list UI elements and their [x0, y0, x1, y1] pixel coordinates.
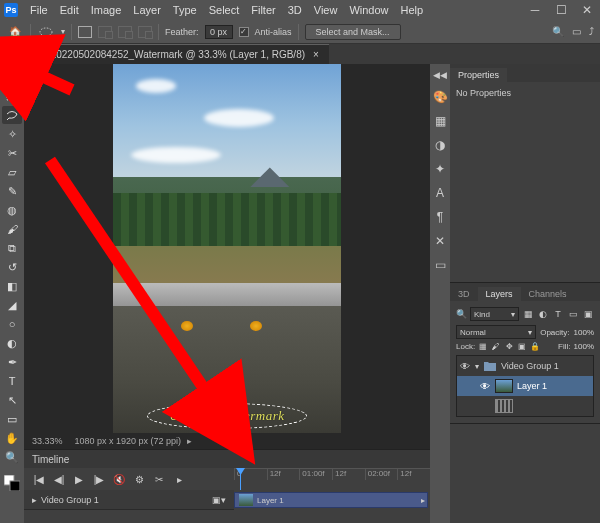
- menu-3d[interactable]: 3D: [282, 2, 308, 18]
- styles-panel-icon[interactable]: ✦: [435, 162, 445, 176]
- selection-new-icon[interactable]: [78, 26, 92, 38]
- magic-wand-tool[interactable]: ✧: [2, 125, 22, 143]
- menu-help[interactable]: Help: [395, 2, 430, 18]
- lock-artboard-icon[interactable]: ▣: [517, 342, 527, 351]
- chevron-down-icon[interactable]: ▾: [475, 362, 479, 371]
- window-close[interactable]: ✕: [574, 3, 600, 17]
- next-frame[interactable]: |▶: [92, 474, 106, 485]
- anti-alias-checkbox[interactable]: ✓: [239, 27, 249, 37]
- lock-paint-icon[interactable]: 🖌: [491, 342, 501, 351]
- menu-image[interactable]: Image: [85, 2, 128, 18]
- eyedropper-tool[interactable]: ✎: [2, 182, 22, 200]
- paragraph-panel-icon[interactable]: ¶: [437, 210, 443, 224]
- video-track-label[interactable]: ▸ Video Group 1 ▣▾: [24, 490, 234, 510]
- path-tool[interactable]: ↖: [2, 391, 22, 409]
- menu-view[interactable]: View: [308, 2, 344, 18]
- menu-layer[interactable]: Layer: [127, 2, 167, 18]
- window-maximize[interactable]: ☐: [548, 3, 574, 17]
- search-icon[interactable]: 🔍: [456, 309, 467, 319]
- visibility-icon[interactable]: 👁: [479, 381, 491, 392]
- menu-edit[interactable]: Edit: [54, 2, 85, 18]
- marquee-tool[interactable]: [2, 87, 22, 105]
- tools-preset-icon[interactable]: ▭: [435, 258, 446, 272]
- selection-intersect-icon[interactable]: [138, 26, 152, 38]
- visibility-icon[interactable]: 👁: [459, 361, 471, 372]
- crop-tool[interactable]: ✂: [2, 144, 22, 162]
- healing-tool[interactable]: ◍: [2, 201, 22, 219]
- play-button[interactable]: ▶: [72, 474, 86, 485]
- blend-mode-select[interactable]: Normal▾: [456, 325, 536, 339]
- layer-row[interactable]: 👁 Layer 1: [457, 376, 593, 396]
- layer-group-row[interactable]: 👁 ▾ Video Group 1: [457, 356, 593, 376]
- home-icon[interactable]: 🏠: [6, 23, 24, 41]
- lock-position-icon[interactable]: ✥: [504, 342, 514, 351]
- select-and-mask-button[interactable]: Select and Mask...: [305, 24, 401, 40]
- filter-smart-icon[interactable]: ▣: [582, 308, 594, 320]
- track-add-icon[interactable]: ▣▾: [212, 495, 226, 505]
- feather-input[interactable]: [205, 25, 233, 39]
- document-viewport[interactable]: Ultimate Watermark: [24, 64, 430, 433]
- clip-menu-icon[interactable]: ▸: [421, 496, 425, 505]
- fill-value[interactable]: 100%: [574, 342, 594, 351]
- clone-tool[interactable]: ⧉: [2, 239, 22, 257]
- current-tool-icon[interactable]: [37, 23, 55, 41]
- zoom-level[interactable]: 33.33%: [32, 436, 63, 446]
- opacity-value[interactable]: 100%: [574, 328, 594, 337]
- zoom-tool[interactable]: 🔍: [2, 448, 22, 466]
- timeline-tab[interactable]: Timeline: [32, 454, 69, 465]
- frame-tool[interactable]: ▱: [2, 163, 22, 181]
- chevron-down-icon[interactable]: ▾: [61, 27, 65, 36]
- layers-tab[interactable]: Layers: [478, 287, 521, 301]
- layer-frame-row[interactable]: [457, 396, 593, 416]
- channels-tab[interactable]: Channels: [521, 287, 575, 301]
- menu-file[interactable]: File: [24, 2, 54, 18]
- lock-all-icon[interactable]: 🔒: [530, 342, 540, 351]
- filter-kind-select[interactable]: Kind▾: [470, 307, 519, 321]
- hand-tool[interactable]: ✋: [2, 429, 22, 447]
- selection-subtract-icon[interactable]: [118, 26, 132, 38]
- selection-add-icon[interactable]: [98, 26, 112, 38]
- playhead[interactable]: [240, 468, 241, 490]
- elliptical-selection[interactable]: Ultimate Watermark: [147, 403, 307, 429]
- chevron-right-icon[interactable]: ▸: [187, 436, 192, 446]
- rectangle-tool[interactable]: ▭: [2, 410, 22, 428]
- filter-shape-icon[interactable]: ▭: [567, 308, 579, 320]
- menu-filter[interactable]: Filter: [245, 2, 281, 18]
- split-icon[interactable]: ✂: [152, 474, 166, 485]
- pen-tool[interactable]: ✒: [2, 353, 22, 371]
- color-panel-icon[interactable]: 🎨: [433, 90, 448, 104]
- menu-type[interactable]: Type: [167, 2, 203, 18]
- transition-icon[interactable]: ▸: [172, 474, 186, 485]
- filter-pixel-icon[interactable]: ▦: [522, 308, 534, 320]
- workspace-icon[interactable]: ▭: [572, 26, 581, 37]
- settings-icon[interactable]: ⚙: [132, 474, 146, 485]
- blur-tool[interactable]: ○: [2, 315, 22, 333]
- gradient-tool[interactable]: ◢: [2, 296, 22, 314]
- history-brush-tool[interactable]: ↺: [2, 258, 22, 276]
- adjustments-panel-icon[interactable]: ◑: [435, 138, 445, 152]
- window-minimize[interactable]: ─: [522, 3, 548, 17]
- expand-icon[interactable]: ▸: [32, 495, 37, 505]
- foreground-background-colors[interactable]: [2, 474, 22, 492]
- type-tool[interactable]: T: [2, 372, 22, 390]
- go-first-frame[interactable]: |◀: [32, 474, 46, 485]
- eraser-tool[interactable]: ◧: [2, 277, 22, 295]
- prev-frame[interactable]: ◀|: [52, 474, 66, 485]
- expand-panels-icon[interactable]: ◀◀: [433, 70, 447, 80]
- mute-icon[interactable]: 🔇: [112, 474, 126, 485]
- 3d-tab[interactable]: 3D: [450, 287, 478, 301]
- document-tab[interactable]: VID20220502084252_Watermark @ 33.3% (Lay…: [24, 44, 329, 64]
- filter-type-icon[interactable]: T: [552, 308, 564, 320]
- lasso-tool[interactable]: [2, 106, 22, 124]
- dodge-tool[interactable]: ◐: [2, 334, 22, 352]
- tab-close-icon[interactable]: ×: [313, 49, 319, 60]
- brush-tool[interactable]: 🖌: [2, 220, 22, 238]
- brushes-panel-icon[interactable]: ✕: [435, 234, 445, 248]
- swatches-panel-icon[interactable]: ▦: [435, 114, 446, 128]
- filter-adjust-icon[interactable]: ◐: [537, 308, 549, 320]
- video-clip[interactable]: Layer 1 ▸: [234, 492, 428, 508]
- move-tool[interactable]: ✥: [2, 68, 22, 86]
- share-icon[interactable]: ⤴: [589, 26, 594, 37]
- lock-transparency-icon[interactable]: ▦: [478, 342, 488, 351]
- menu-window[interactable]: Window: [343, 2, 394, 18]
